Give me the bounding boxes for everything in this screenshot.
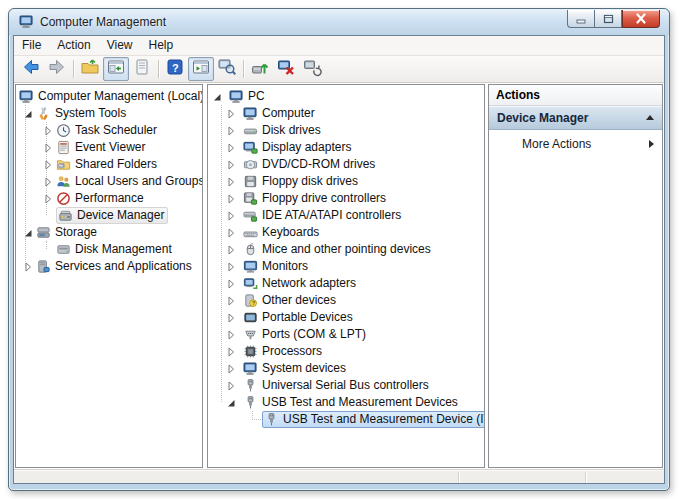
expander-collapsed-icon[interactable] [225, 159, 241, 171]
scan-hardware-changes-button[interactable] [299, 57, 325, 81]
tree-item-ide-ata-atapi-controllers[interactable]: IDE ATA/ATAPI controllers [208, 207, 484, 224]
tree-item-device-manager[interactable]: Device Manager [16, 207, 202, 224]
tree-item-local-users-and-groups[interactable]: Local Users and Groups [16, 173, 202, 190]
expander-collapsed-icon[interactable] [225, 125, 241, 137]
tree-item-floppy-drive-controllers[interactable]: Floppy drive controllers [208, 190, 484, 207]
menu-action[interactable]: Action [49, 36, 98, 55]
tree-item-services-and-applications[interactable]: Services and Applications [16, 258, 202, 275]
menu-help[interactable]: Help [141, 36, 182, 55]
show-console-tree-button[interactable] [103, 57, 129, 81]
expander-collapsed-icon[interactable] [225, 261, 241, 273]
collapse-arrow-icon[interactable] [646, 115, 654, 120]
usb-icon [264, 412, 279, 427]
tree-item-storage[interactable]: Storage [16, 224, 202, 241]
tree-item-label: IDE ATA/ATAPI controllers [262, 207, 401, 224]
tree-item-label: Computer Management (Local) [38, 88, 203, 105]
floppy-icon [243, 174, 258, 189]
expander-expanded-icon[interactable] [22, 108, 34, 120]
status-divider [458, 472, 459, 484]
back-button[interactable] [18, 57, 44, 81]
status-bar [14, 469, 664, 484]
tree-item-keyboards[interactable]: Keyboards [208, 224, 484, 241]
tree-item-dvd-cdrom-drives[interactable]: DVD/CD-ROM drives [208, 156, 484, 173]
tree-item-computer[interactable]: Computer [208, 105, 484, 122]
expander-collapsed-icon[interactable] [225, 329, 241, 341]
scan-computer-button[interactable] [214, 57, 240, 81]
tree-item-event-viewer[interactable]: Event Viewer [16, 139, 202, 156]
update-driver-button[interactable] [247, 57, 273, 81]
expander-expanded-icon[interactable] [225, 397, 241, 409]
up-folder-button[interactable] [77, 57, 103, 81]
expander-collapsed-icon[interactable] [22, 261, 34, 273]
tree-item-task-scheduler[interactable]: Task Scheduler [16, 122, 202, 139]
tree-item-computer-management-local[interactable]: Computer Management (Local) [16, 88, 202, 105]
tree-item-performance[interactable]: Performance [16, 190, 202, 207]
expander-collapsed-icon[interactable] [225, 244, 241, 256]
expander-collapsed-icon[interactable] [42, 142, 54, 154]
tree-item-ports[interactable]: Ports (COM & LPT) [208, 326, 484, 343]
tree-item-network-adapters[interactable]: Network adapters [208, 275, 484, 292]
tree-item-processors[interactable]: Processors [208, 343, 484, 360]
tree-item-other-devices[interactable]: ? Other devices [208, 292, 484, 309]
expander-collapsed-icon[interactable] [225, 176, 241, 188]
tree-item-monitors[interactable]: Monitors [208, 258, 484, 275]
toolbar: ? [14, 56, 664, 83]
expander-expanded-icon[interactable] [22, 227, 34, 239]
tree-item-display-adapters[interactable]: Display adapters [208, 139, 484, 156]
tree-item-usb-test-measurement-devices[interactable]: USB Test and Measurement Devices [208, 394, 484, 411]
tree-item-system-devices[interactable]: System devices [208, 360, 484, 377]
expander-collapsed-icon[interactable] [225, 363, 241, 375]
tree-item-portable-devices[interactable]: Portable Devices [208, 309, 484, 326]
tree-item-disk-drives[interactable]: Disk drives [208, 122, 484, 139]
disk-drive-icon [243, 123, 258, 138]
services-icon [36, 259, 51, 274]
uninstall-device-button[interactable] [273, 57, 299, 81]
tree-item-usb-test-measurement-device-ivi[interactable]: USB Test and Measurement Device (IVI) [208, 411, 484, 428]
tree-item-disk-management[interactable]: Disk Management [16, 241, 202, 258]
tree-item-pc[interactable]: PC [208, 88, 484, 105]
tree-item-system-tools[interactable]: System Tools [16, 105, 202, 122]
expander-collapsed-icon[interactable] [225, 210, 241, 222]
expander-collapsed-icon[interactable] [42, 176, 54, 188]
update-driver-icon [250, 57, 270, 81]
expander-collapsed-icon[interactable] [225, 380, 241, 392]
computer-icon [229, 89, 244, 104]
tree-item-label: Performance [75, 190, 144, 207]
tree-item-label: Event Viewer [75, 139, 145, 156]
tree-item-label: Services and Applications [55, 258, 192, 275]
show-action-pane-button[interactable] [188, 57, 214, 81]
tree-item-floppy-disk-drives[interactable]: Floppy disk drives [208, 173, 484, 190]
processor-icon [243, 344, 258, 359]
forward-button[interactable] [44, 57, 70, 81]
tree-item-shared-folders[interactable]: 23 Shared Folders [16, 156, 202, 173]
menu-file[interactable]: File [14, 36, 49, 55]
title-bar[interactable]: Computer Management [9, 9, 669, 35]
close-button[interactable] [622, 10, 660, 28]
expander-collapsed-icon[interactable] [225, 346, 241, 358]
actions-section-device-manager[interactable]: Device Manager [489, 106, 662, 130]
tree-item-label: Network adapters [262, 275, 356, 292]
expander-collapsed-icon[interactable] [42, 193, 54, 205]
expander-collapsed-icon[interactable] [42, 125, 54, 137]
expander-collapsed-icon[interactable] [225, 193, 241, 205]
tree-item-usb-controllers[interactable]: Universal Serial Bus controllers [208, 377, 484, 394]
tree-item-label: Display adapters [262, 139, 351, 156]
minimize-button[interactable] [567, 10, 594, 28]
expander-collapsed-icon[interactable] [225, 227, 241, 239]
tree-item-mice[interactable]: Mice and other pointing devices [208, 241, 484, 258]
expander-collapsed-icon[interactable] [225, 278, 241, 290]
help-button[interactable]: ? [162, 57, 188, 81]
expander-expanded-icon[interactable] [211, 91, 227, 103]
expander-collapsed-icon[interactable] [225, 142, 241, 154]
dvd-drive-icon [243, 157, 258, 172]
menu-view[interactable]: View [99, 36, 141, 55]
more-actions-button[interactable]: More Actions [489, 133, 662, 155]
properties-button[interactable] [129, 57, 155, 81]
expander-collapsed-icon[interactable] [225, 295, 241, 307]
expander-collapsed-icon[interactable] [42, 159, 54, 171]
maximize-button[interactable] [594, 10, 622, 28]
expander-collapsed-icon[interactable] [225, 108, 241, 120]
keyboard-icon [243, 225, 258, 240]
expander-collapsed-icon[interactable] [225, 312, 241, 324]
other-device-icon: ? [243, 293, 258, 308]
